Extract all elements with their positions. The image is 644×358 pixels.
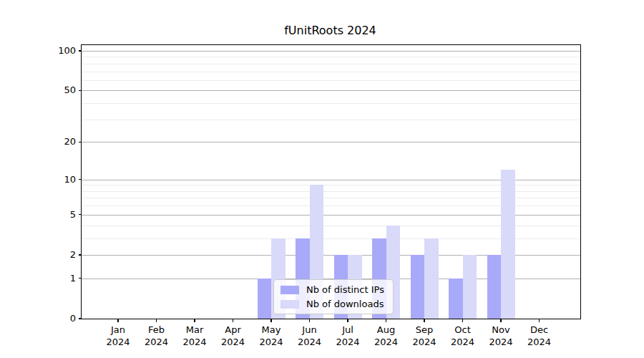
x-axis-tick-label: Jan2024	[97, 324, 140, 348]
x-tick-mark	[117, 319, 118, 322]
x-label-month: Feb	[135, 324, 178, 336]
x-tick-mark	[156, 319, 157, 322]
legend-item-distinct-ips: Nb of distinct IPs	[280, 284, 384, 295]
x-label-month: Dec	[518, 324, 561, 336]
gridline-minor	[82, 80, 580, 81]
x-label-year: 2024	[173, 336, 216, 348]
x-label-year: 2024	[365, 336, 408, 348]
x-label-month: Jul	[326, 324, 369, 336]
bar-distinct-ips	[411, 255, 425, 319]
bar-distinct-ips	[449, 279, 463, 319]
x-label-month: Jan	[97, 324, 140, 336]
gridline-minor	[82, 57, 580, 57]
legend-label-distinct-ips: Nb of distinct IPs	[306, 284, 384, 295]
x-label-month: Sep	[403, 324, 446, 336]
legend-swatch-downloads	[280, 300, 299, 309]
y-axis-tick-label: 20	[43, 135, 76, 148]
chart-title: fUnitRoots 2024	[81, 24, 580, 38]
x-tick-mark	[500, 319, 501, 322]
x-label-year: 2024	[97, 336, 140, 348]
x-axis-tick-label: Mar2024	[173, 324, 216, 348]
x-label-month: Nov	[479, 324, 522, 336]
x-axis-tick-label: Sep2024	[403, 324, 446, 348]
bar-distinct-ips	[487, 255, 502, 319]
x-tick-mark	[309, 319, 310, 322]
bar-downloads	[424, 238, 439, 319]
y-tick-mark	[79, 50, 82, 51]
x-label-year: 2024	[403, 336, 446, 348]
x-label-month: Jun	[288, 324, 331, 336]
x-axis-tick-label: May2024	[250, 324, 293, 348]
y-tick-mark	[79, 214, 82, 215]
y-tick-mark	[79, 179, 82, 180]
x-axis-tick-label: Oct2024	[441, 324, 484, 348]
gridline-minor	[82, 103, 580, 104]
gridline-minor	[82, 72, 580, 72]
x-axis-tick-label: Feb2024	[135, 324, 178, 348]
x-axis-tick-label: Jul2024	[326, 324, 369, 348]
x-axis-tick-label: Apr2024	[212, 324, 255, 348]
x-axis-tick-label: Aug2024	[365, 324, 408, 348]
x-label-year: 2024	[518, 336, 561, 348]
plot-area: Nb of distinct IPs Nb of downloads 01251…	[81, 44, 581, 319]
gridline-major	[82, 142, 580, 142]
y-axis-tick-label: 2	[43, 248, 76, 261]
x-label-month: Oct	[441, 324, 484, 336]
x-label-year: 2024	[441, 336, 484, 348]
x-label-month: Aug	[365, 324, 408, 336]
x-tick-mark	[539, 319, 540, 322]
x-label-year: 2024	[135, 336, 178, 348]
legend: Nb of distinct IPs Nb of downloads	[273, 279, 394, 314]
legend-swatch-distinct-ips	[280, 286, 299, 294]
x-tick-mark	[462, 319, 463, 322]
x-label-month: May	[250, 324, 293, 336]
x-label-month: Apr	[212, 324, 255, 336]
y-tick-mark	[79, 254, 82, 255]
x-label-month: Mar	[173, 324, 216, 336]
x-label-year: 2024	[288, 336, 331, 348]
legend-item-downloads: Nb of downloads	[280, 299, 384, 309]
x-tick-mark	[233, 319, 233, 322]
x-label-year: 2024	[479, 336, 522, 348]
legend-label-downloads: Nb of downloads	[306, 299, 384, 309]
gridline-minor	[82, 64, 580, 64]
y-axis-tick-label: 5	[43, 208, 76, 221]
y-tick-mark	[79, 142, 82, 142]
figure: fUnitRoots 2024 Nb of distinct IPs Nb of…	[0, 0, 644, 358]
x-tick-mark	[386, 319, 386, 322]
x-tick-mark	[424, 319, 424, 322]
x-tick-mark	[270, 319, 271, 322]
y-axis-tick-label: 50	[43, 84, 76, 97]
y-axis-tick-label: 100	[43, 44, 76, 57]
x-label-year: 2024	[250, 336, 293, 348]
y-tick-mark	[79, 90, 82, 91]
y-axis-tick-label: 1	[43, 272, 76, 285]
y-tick-mark	[79, 278, 82, 279]
bar-downloads	[501, 170, 515, 319]
x-axis-tick-label: Dec2024	[518, 324, 561, 348]
bar-downloads	[463, 255, 477, 319]
bar-distinct-ips	[258, 279, 272, 319]
y-axis-tick-label: 10	[43, 173, 76, 186]
x-label-year: 2024	[212, 336, 255, 348]
x-label-year: 2024	[326, 336, 369, 348]
x-axis-tick-label: Jun2024	[288, 324, 331, 348]
gridline-minor	[82, 120, 580, 120]
gridline-major	[82, 51, 580, 52]
gridline-major	[82, 90, 580, 91]
x-tick-mark	[194, 319, 195, 322]
y-tick-mark	[79, 318, 82, 319]
x-axis-tick-label: Nov2024	[479, 324, 522, 348]
y-axis-tick-label: 0	[43, 312, 76, 325]
x-tick-mark	[347, 319, 348, 322]
